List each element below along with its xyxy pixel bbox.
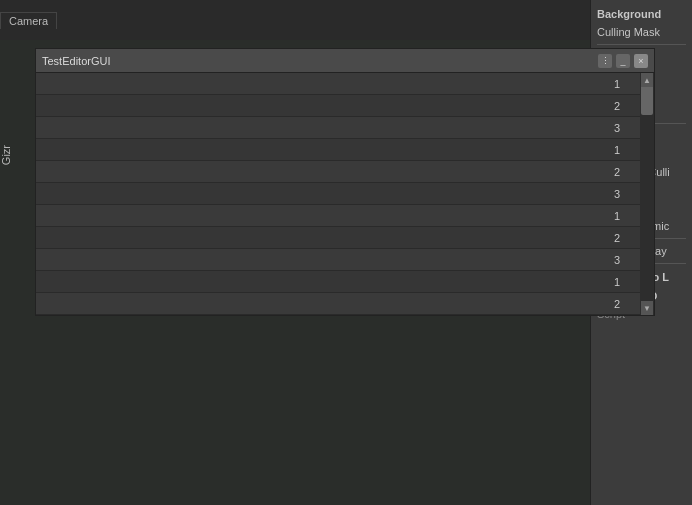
test-editor-window: TestEditorGUI ⋮ _ × 12312312312 ▲ ▼: [35, 48, 655, 316]
camera-label: Camera: [0, 12, 57, 29]
minimize-icon: _: [620, 56, 625, 66]
list-item: 1: [36, 205, 640, 227]
scrollbar-up-arrow[interactable]: ▲: [641, 73, 653, 87]
scrollbar-down-arrow[interactable]: ▼: [641, 301, 653, 315]
separator-1: [597, 44, 686, 45]
list-item: 1: [36, 271, 640, 293]
list-item: 2: [36, 293, 640, 315]
list-item: 2: [36, 161, 640, 183]
list-item: 3: [36, 183, 640, 205]
list-item: 1: [36, 73, 640, 95]
test-window-close-button[interactable]: ×: [634, 54, 648, 68]
list-item: 2: [36, 227, 640, 249]
right-panel-culling-mask: Culling Mask: [597, 24, 686, 40]
test-window-titlebar: TestEditorGUI ⋮ _ ×: [36, 49, 654, 73]
scene-top-bar: [0, 0, 590, 40]
gizmo-label-container: Gizr: [0, 145, 30, 165]
gizmo-label: Gizr: [0, 145, 12, 165]
menu-icon: ⋮: [601, 56, 610, 66]
list-item: 3: [36, 117, 640, 139]
test-window-title: TestEditorGUI: [42, 55, 110, 67]
right-panel-background: Background: [597, 6, 686, 22]
test-window-menu-button[interactable]: ⋮: [598, 54, 612, 68]
list-item: 1: [36, 139, 640, 161]
test-window-scrollbar[interactable]: ▲ ▼: [640, 73, 654, 315]
list-item: 2: [36, 95, 640, 117]
test-list: 12312312312: [36, 73, 640, 315]
test-window-controls: ⋮ _ ×: [598, 54, 648, 68]
test-window-minimize-button[interactable]: _: [616, 54, 630, 68]
list-item: 3: [36, 249, 640, 271]
close-icon: ×: [638, 56, 643, 66]
